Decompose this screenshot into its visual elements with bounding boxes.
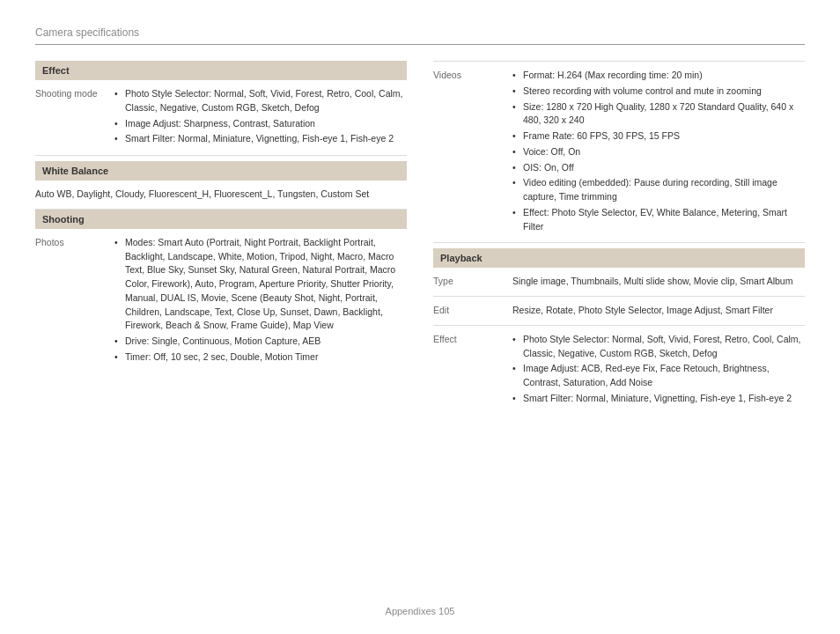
- list-item: Timer: Off, 10 sec, 2 sec, Double, Motio…: [114, 350, 407, 365]
- playback-section-header: Playback: [433, 248, 805, 268]
- type-content: Single image, Thumbnails, Multi slide sh…: [512, 275, 805, 289]
- list-item: Smart Filter: Normal, Miniature, Vignett…: [512, 392, 805, 406]
- videos-list: Format: H.264 (Max recording time: 20 mi…: [512, 69, 805, 233]
- white-balance-section-header: White Balance: [35, 161, 407, 181]
- shooting-mode-content: Photo Style Selector: Normal, Soft, Vivi…: [114, 87, 407, 148]
- list-item: Image Adjust: Sharpness, Contrast, Satur…: [114, 117, 407, 131]
- page-footer: Appendixes 105: [0, 606, 840, 616]
- type-row: Type Single image, Thumbnails, Multi sli…: [433, 268, 805, 297]
- shooting-mode-list: Photo Style Selector: Normal, Soft, Vivi…: [114, 87, 407, 146]
- effect-content: Photo Style Selector: Normal, Soft, Vivi…: [512, 333, 805, 408]
- videos-label: Videos: [433, 69, 512, 80]
- left-column: Effect Shooting mode Photo Style Selecto…: [35, 61, 407, 415]
- edit-row: Edit Resize, Rotate, Photo Style Selecto…: [433, 297, 805, 326]
- videos-row: Videos Format: H.264 (Max recording time…: [433, 61, 805, 243]
- shooting-mode-row: Shooting mode Photo Style Selector: Norm…: [35, 80, 407, 156]
- edit-content: Resize, Rotate, Photo Style Selector, Im…: [512, 304, 805, 318]
- edit-label: Edit: [433, 304, 512, 315]
- videos-content: Format: H.264 (Max recording time: 20 mi…: [512, 69, 805, 235]
- effect-row: Effect Photo Style Selector: Normal, Sof…: [433, 326, 805, 415]
- list-item: Image Adjust: ACB, Red-eye Fix, Face Ret…: [512, 362, 805, 390]
- list-item: Format: H.264 (Max recording time: 20 mi…: [512, 69, 805, 83]
- list-item: Size: 1280 x 720 High Quality, 1280 x 72…: [512, 100, 805, 129]
- list-item: OIS: On, Off: [512, 161, 805, 175]
- list-item: Photo Style Selector: Normal, Soft, Vivi…: [512, 333, 805, 361]
- effect-label: Effect: [433, 333, 512, 344]
- white-balance-text: Auto WB, Daylight, Cloudy, Fluorescent_H…: [35, 181, 407, 210]
- photos-list: Modes: Smart Auto (Portrait, Night Portr…: [114, 236, 407, 365]
- page-header: Camera specifications: [35, 26, 805, 45]
- list-item: Video editing (embedded): Pause during r…: [512, 176, 805, 204]
- list-item: Modes: Smart Auto (Portrait, Night Portr…: [114, 236, 407, 333]
- photos-content: Modes: Smart Auto (Portrait, Night Portr…: [114, 236, 407, 366]
- page: Camera specifications Effect Shooting mo…: [0, 0, 840, 634]
- list-item: Frame Rate: 60 FPS, 30 FPS, 15 FPS: [512, 129, 805, 144]
- photos-row: Photos Modes: Smart Auto (Portrait, Nigh…: [35, 229, 407, 373]
- list-item: Voice: Off, On: [512, 145, 805, 159]
- photos-label: Photos: [35, 236, 114, 247]
- effect-section-header: Effect: [35, 61, 407, 80]
- list-item: Effect: Photo Style Selector, EV, White …: [512, 206, 805, 234]
- page-title: Camera specifications: [35, 26, 139, 39]
- list-item: Stereo recording with volume control and…: [512, 85, 805, 99]
- shooting-section-header: Shooting: [35, 210, 407, 229]
- list-item: Drive: Single, Continuous, Motion Captur…: [114, 335, 407, 349]
- list-item: Photo Style Selector: Normal, Soft, Vivi…: [114, 87, 407, 115]
- right-column: Videos Format: H.264 (Max recording time…: [433, 61, 805, 415]
- effect-list: Photo Style Selector: Normal, Soft, Vivi…: [512, 333, 805, 406]
- two-column-layout: Effect Shooting mode Photo Style Selecto…: [35, 61, 805, 415]
- footer-text: Appendixes 105: [386, 606, 455, 616]
- shooting-mode-label: Shooting mode: [35, 87, 114, 99]
- list-item: Smart Filter: Normal, Miniature, Vignett…: [114, 132, 407, 146]
- type-label: Type: [433, 275, 512, 286]
